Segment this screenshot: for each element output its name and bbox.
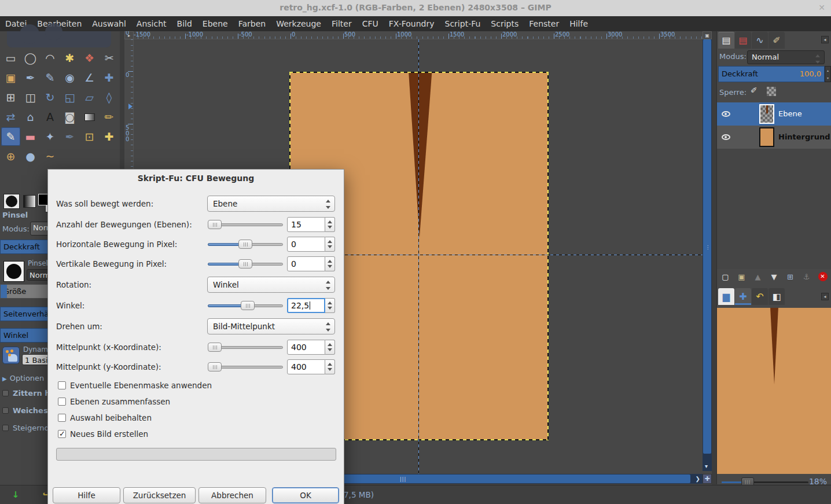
menu-filter[interactable]: Filter (326, 16, 357, 31)
tool-shear[interactable]: ▱ (80, 88, 99, 106)
dock-collapse-icon[interactable]: ◂ (821, 36, 829, 43)
spinner-buttons[interactable] (325, 340, 335, 355)
layer-mode-select[interactable]: Normal (747, 50, 825, 64)
new-group-button[interactable]: ▣ (734, 270, 749, 283)
checkbox-icon[interactable] (2, 407, 9, 414)
layer-thumbnail[interactable] (759, 127, 774, 147)
brushes-tab[interactable]: ✐ (769, 32, 785, 49)
menu-script-fu[interactable]: Script-Fu (440, 16, 486, 31)
canvas-navigation-button[interactable]: ✚ (703, 474, 712, 484)
vertical-scrollbar[interactable]: ⋮ ▾ (703, 39, 712, 471)
menu-cfu[interactable]: CFU (357, 16, 384, 31)
tool-perspective[interactable]: ◊ (100, 88, 119, 106)
raise-layer-button[interactable]: ▲ (751, 270, 765, 283)
dialog-checkbox-row[interactable]: Eventuelle Ebenenmaske anwenden (58, 380, 336, 393)
tool-bucket-fill[interactable]: ◙ (60, 108, 79, 126)
tool-paintbrush[interactable]: ✎ (1, 127, 20, 146)
paths-tab[interactable]: ∿ (752, 32, 768, 49)
visibility-eye-icon[interactable] (722, 134, 730, 140)
cancel-button[interactable]: Abbrechen (198, 487, 266, 503)
tool-rotate[interactable]: ↻ (41, 88, 60, 106)
window-titlebar[interactable]: retro_hg.xcf-1.0 (RGB-Farben, 2 Ebenen) … (0, 0, 831, 16)
slider-handle[interactable] (241, 301, 255, 310)
dialog-select-6[interactable]: Bild-Mittelpunkt (207, 318, 335, 334)
delete-layer-button[interactable]: ✕ (815, 270, 830, 283)
dialog-checkbox-row[interactable]: Ebenen zusammenfassen (58, 396, 336, 409)
menu-hilfe[interactable]: Hilfe (564, 16, 593, 31)
dialog-checkbox-row[interactable]: Auswahl beibehalten (58, 413, 336, 425)
layer-opacity-slider[interactable]: Deckkraft 100,0 (718, 66, 825, 82)
tool-gradient[interactable] (80, 108, 99, 126)
dock-collapse-icon-2[interactable]: ◂ (821, 293, 829, 300)
tool-heal[interactable]: ✚ (100, 127, 119, 146)
tool-option-toggle[interactable]: Zittern h (2, 387, 50, 398)
menu-auswahl[interactable]: Auswahl (87, 16, 131, 31)
menu-farben[interactable]: Farben (233, 16, 271, 31)
tool-ellipse-select[interactable]: ◯ (21, 49, 40, 67)
menu-ebene[interactable]: Ebene (197, 16, 233, 31)
checkbox-unchecked-icon[interactable] (58, 381, 66, 389)
checkbox-unchecked-icon[interactable] (58, 414, 66, 422)
tool-move[interactable]: ✚ (100, 68, 119, 87)
help-button[interactable]: Hilfe (53, 487, 120, 503)
slider-handle[interactable] (238, 240, 252, 249)
colors-tab[interactable]: ◧ (769, 288, 785, 305)
checkbox-checked-icon[interactable] (58, 430, 66, 438)
tool-crop[interactable]: ◫ (21, 88, 40, 106)
slider-handle[interactable] (208, 220, 222, 229)
lock-alpha-icon[interactable] (767, 87, 776, 96)
brush-preview-swatch[interactable] (3, 194, 20, 209)
new-layer-button[interactable]: ▢ (718, 270, 733, 283)
horizontal-ruler[interactable]: -1500-1000-50005001000150020002500300035… (134, 31, 712, 39)
tool-ink[interactable]: ✒ (60, 127, 79, 146)
spinner-buttons[interactable] (325, 298, 335, 313)
tool-pencil[interactable]: ✏ (100, 108, 119, 126)
slider-handle[interactable] (208, 362, 222, 371)
tool-flip[interactable]: ⇄ (1, 108, 20, 126)
layers-tab[interactable]: ▤ (718, 32, 734, 49)
menu-scripts[interactable]: Scripts (486, 16, 524, 31)
lock-paint-icon[interactable]: ✐ (751, 86, 758, 95)
window-close-icon[interactable]: ✕ (818, 3, 825, 12)
brush-thumbnail[interactable] (3, 261, 24, 282)
tool-rect-select[interactable]: ▭ (1, 49, 20, 67)
spinner-buttons[interactable] (325, 217, 335, 232)
tool-text[interactable]: A (41, 108, 60, 126)
spinner-buttons[interactable] (325, 256, 335, 271)
spinner-buttons[interactable] (325, 359, 335, 374)
value-input[interactable]: 0 (287, 237, 325, 252)
ok-button[interactable]: OK (272, 487, 339, 503)
tool-paths[interactable]: ✒ (21, 68, 40, 87)
tool-smudge[interactable]: ~ (41, 147, 60, 165)
dialog-select-0[interactable]: Ebene (207, 196, 335, 212)
checkbox-icon[interactable] (2, 425, 9, 431)
histogram-tab[interactable]: ▆ (718, 288, 734, 305)
value-input[interactable]: 400 (287, 340, 325, 355)
slider-handle[interactable] (208, 343, 222, 352)
tool-airbrush[interactable]: ✦ (41, 127, 60, 146)
value-input[interactable]: 400 (287, 359, 325, 374)
tool-scissors-select[interactable]: ✂ (100, 49, 119, 67)
tool-cage-transform[interactable]: ⌂ (21, 108, 40, 126)
zoom-follow-window-toggle[interactable]: ▣ (703, 31, 712, 39)
duplicate-layer-button[interactable]: ⊞ (783, 270, 797, 283)
reset-button[interactable]: Zurücksetzen (123, 487, 196, 503)
save-icon[interactable]: ↓ (10, 490, 21, 500)
anchor-layer-button[interactable]: ⚓ (799, 270, 814, 283)
layer-row-ebene[interactable]: Ebene (717, 102, 831, 126)
value-input[interactable]: 22,5 (287, 298, 325, 313)
menu-werkzeuge[interactable]: Werkzeuge (271, 16, 326, 31)
layer-thumbnail[interactable] (759, 104, 774, 124)
tool-option-toggle[interactable]: Weiches (2, 404, 48, 415)
menu-fenster[interactable]: Fenster (524, 16, 564, 31)
menu-fx-foundry[interactable]: FX-Foundry (384, 16, 440, 31)
tool-blur[interactable]: ● (21, 147, 40, 165)
tool-fuzzy-select[interactable]: ✱ (60, 49, 79, 67)
tool-perspective-clone[interactable]: ⊡ (80, 127, 99, 146)
visibility-eye-icon[interactable] (722, 111, 730, 117)
channels-tab[interactable]: ▤ (735, 32, 751, 49)
layer-opacity-spinner[interactable]: ▴▾ (825, 66, 831, 82)
gradient-swatch[interactable] (23, 195, 36, 208)
menu-bild[interactable]: Bild (172, 16, 197, 31)
dynamics-options-expander[interactable]: ▶Optionen (2, 374, 44, 382)
